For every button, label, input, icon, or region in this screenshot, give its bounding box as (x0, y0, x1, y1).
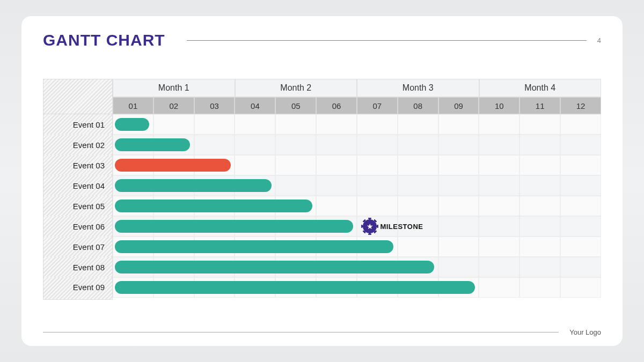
milestone-label: MILESTONE (380, 223, 423, 231)
grid-cell (357, 196, 398, 216)
row-label: Event 03 (43, 155, 113, 175)
grid-cell (560, 237, 601, 257)
grid-cell (194, 114, 235, 135)
grid-cell (275, 135, 316, 155)
grid-cell (479, 135, 519, 155)
star-icon: ★ (367, 222, 374, 231)
grid-cell (316, 155, 357, 175)
gantt-bar (115, 220, 353, 233)
grid-cell (316, 114, 357, 135)
grid-cell (479, 257, 519, 277)
grid-cell (519, 277, 560, 298)
gantt-row (113, 175, 601, 196)
footer-logo-text: Your Logo (569, 328, 601, 336)
gantt-row (113, 196, 601, 216)
grid-cell (479, 114, 519, 135)
gantt-row (113, 237, 601, 257)
row-labels: Event 01 Event 02 Event 03 Event 04 Even… (43, 79, 113, 300)
grid-cell (438, 257, 479, 277)
gantt-bar (115, 261, 434, 274)
grid-cell (438, 216, 479, 237)
grid-cell (479, 175, 519, 196)
grid-cell (519, 237, 560, 257)
grid-cell (153, 114, 194, 135)
grid-cell (519, 216, 560, 237)
gantt-row (113, 135, 601, 155)
grid-cell (194, 135, 235, 155)
week-header-row: 01 02 03 04 05 06 07 08 09 10 11 12 (113, 97, 601, 114)
grid-cell (235, 135, 275, 155)
grid-cell (438, 237, 479, 257)
corner-cell (43, 79, 113, 114)
gantt-bar (115, 179, 272, 192)
row-label: Event 02 (43, 135, 113, 155)
grid-cell (519, 175, 560, 196)
milestone-badge-icon: ★ (363, 219, 377, 233)
grid-cell (479, 277, 519, 298)
page-number: 4 (597, 36, 601, 45)
week-header: 12 (560, 97, 601, 114)
grid-cell (398, 155, 438, 175)
gantt-row: ★MILESTONE (113, 216, 601, 237)
grid-cell (438, 196, 479, 216)
week-header: 11 (519, 97, 560, 114)
grid-cell (275, 175, 316, 196)
gantt-bar (115, 281, 475, 294)
row-label: Event 07 (43, 237, 113, 257)
grid-cell (479, 155, 519, 175)
header-divider (187, 40, 587, 41)
grid-cell (357, 175, 398, 196)
grid-cell (357, 135, 398, 155)
grid-cell (275, 155, 316, 175)
grid-cell (479, 196, 519, 216)
grid-cell (560, 216, 601, 237)
footer: Your Logo (43, 328, 601, 336)
row-label: Event 08 (43, 257, 113, 277)
grid-cell (519, 135, 560, 155)
week-header: 04 (235, 97, 275, 114)
week-header: 08 (398, 97, 438, 114)
data-rows: ★MILESTONE (113, 114, 601, 298)
month-header: Month 1 (113, 79, 235, 97)
grid-cell (398, 175, 438, 196)
week-header: 07 (357, 97, 398, 114)
gantt-bar (115, 118, 149, 131)
grid-cell (560, 277, 601, 298)
page-title: GANTT CHART (43, 31, 165, 49)
week-header: 05 (275, 97, 316, 114)
gantt-bar (115, 240, 393, 253)
gantt-row (113, 277, 601, 298)
grid-cell (316, 135, 357, 155)
week-header: 09 (438, 97, 479, 114)
month-header: Month 4 (479, 79, 602, 97)
grid-cell (519, 196, 560, 216)
gantt-bar (115, 200, 312, 212)
grid-cell (235, 155, 275, 175)
week-header: 10 (479, 97, 519, 114)
grid-cell (316, 196, 357, 216)
gantt-row (113, 257, 601, 277)
grid-cell (519, 114, 560, 135)
month-header-row: Month 1 Month 2 Month 3 Month 4 (113, 79, 601, 97)
chart-grid: Month 1 Month 2 Month 3 Month 4 01 02 03… (113, 79, 601, 300)
week-header: 02 (153, 97, 194, 114)
grid-cell (357, 155, 398, 175)
grid-cell (398, 196, 438, 216)
gantt-chart: Event 01 Event 02 Event 03 Event 04 Even… (43, 79, 601, 300)
row-label: Event 05 (43, 196, 113, 216)
row-label: Event 09 (43, 277, 113, 300)
grid-cell (560, 155, 601, 175)
footer-divider (43, 332, 559, 333)
grid-cell (479, 237, 519, 257)
grid-cell (398, 135, 438, 155)
grid-cell (519, 257, 560, 277)
week-header: 03 (194, 97, 235, 114)
grid-cell (560, 114, 601, 135)
gantt-row (113, 155, 601, 175)
week-header: 01 (113, 97, 153, 114)
grid-cell (438, 114, 479, 135)
grid-cell (235, 114, 275, 135)
grid-cell (357, 114, 398, 135)
grid-cell (438, 135, 479, 155)
week-header: 06 (316, 97, 357, 114)
